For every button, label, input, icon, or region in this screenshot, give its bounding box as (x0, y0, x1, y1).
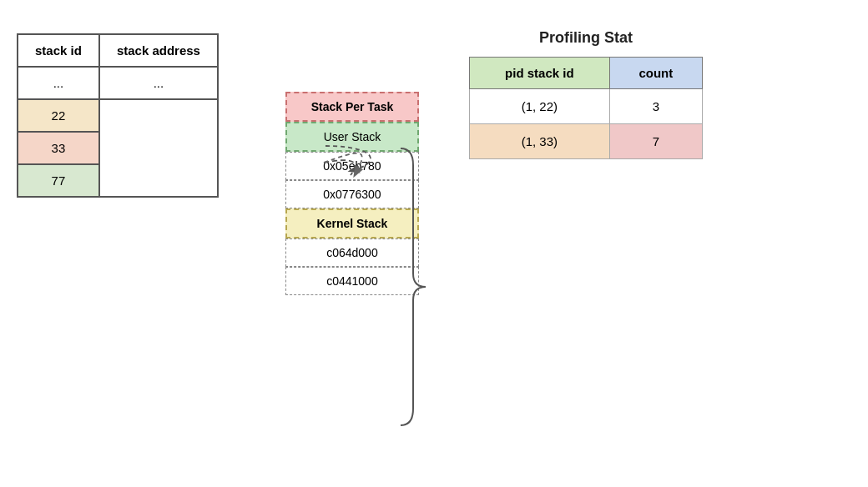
stack-table: stack id stack address ... ... 22 33 (17, 33, 219, 198)
stackid-22: 22 (18, 99, 99, 132)
table-row-22: 22 (18, 99, 218, 132)
table-row-77: 77 (18, 164, 218, 197)
stackid-77: 77 (18, 164, 99, 197)
stack-id-header: stack id (18, 34, 99, 67)
profiling-row-1: (1, 22) 3 (469, 89, 702, 124)
block-kernel-stack: Kernel Stack (285, 208, 419, 238)
block-user-stack: User Stack (285, 122, 419, 152)
stackid-33: 33 (18, 132, 99, 164)
block-addr1: 0x05eb780 (285, 152, 419, 180)
stack-table-wrapper: stack id stack address ... ... 22 33 (17, 33, 219, 198)
count-1: 3 (609, 89, 702, 124)
table-row-dots: ... ... (18, 67, 218, 99)
pidstack-1: (1, 22) (469, 89, 609, 124)
profiling-title: Profiling Stat (469, 29, 703, 47)
block-kaddr1: c064d000 (285, 238, 419, 267)
th-pid-stackid: pid stack id (469, 58, 609, 89)
stack-address-header: stack address (99, 34, 218, 67)
block-addr2: 0x0776300 (285, 180, 419, 208)
dots-stackid: ... (18, 67, 99, 99)
addr-22 (99, 99, 218, 132)
profiling-row-2: (1, 33) 7 (469, 124, 702, 159)
profiling-table: pid stack id count (1, 22) 3 (1, 33) 7 (469, 57, 703, 159)
th-count: count (609, 58, 702, 89)
addr-33 (99, 132, 218, 164)
stack-diagram-wrapper: Stack Per Task User Stack 0x05eb780 0x07… (285, 92, 419, 295)
pidstack-2: (1, 33) (469, 124, 609, 159)
table-row-33: 33 (18, 132, 218, 164)
profiling-wrapper: Profiling Stat pid stack id count (1, 22… (469, 29, 703, 159)
block-kaddr2: c0441000 (285, 267, 419, 295)
main-container: stack id stack address ... ... 22 33 (0, 0, 868, 487)
addr-77 (99, 164, 218, 197)
dots-addr: ... (99, 67, 218, 99)
count-2: 7 (609, 124, 702, 159)
block-stack-per-task: Stack Per Task (285, 92, 419, 122)
